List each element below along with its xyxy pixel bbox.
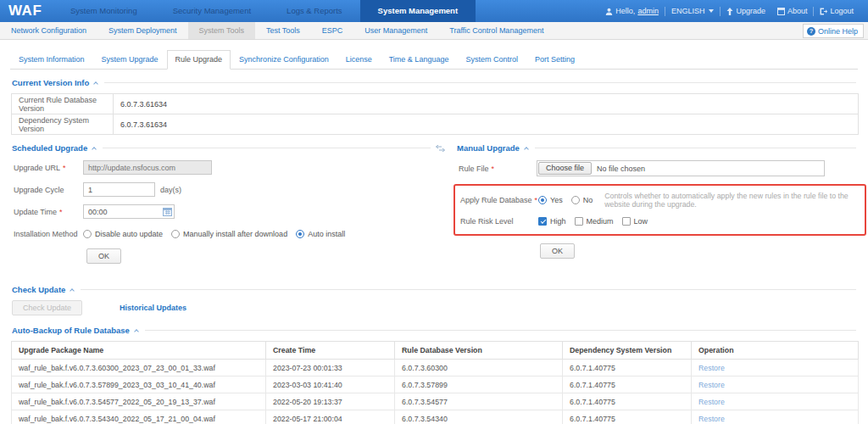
subnav-system-tools[interactable]: System Tools [188, 22, 255, 39]
collapse-chevron-icon[interactable] [70, 288, 75, 293]
radio-icon [171, 230, 180, 238]
restore-link[interactable]: Restore [698, 364, 725, 372]
dependency-version-cell: 6.0.7.1.40775 [563, 393, 692, 410]
subnav-system-deployment[interactable]: System Deployment [97, 22, 188, 39]
option-label: Disable auto update [95, 230, 163, 238]
subnav-espc[interactable]: ESPC [311, 22, 354, 39]
table-row: waf_rule_bak.f.v6.0.7.3.57899_2023_03_03… [12, 377, 859, 393]
checkbox-medium[interactable]: Medium [575, 217, 614, 226]
tab-bar: System Information System Upgrade Rule U… [10, 50, 858, 70]
check-update-button[interactable]: Check Update [12, 300, 82, 315]
manual-ok-button[interactable]: OK [540, 243, 575, 259]
user-menu[interactable]: Hello,admin [599, 7, 665, 15]
create-time-cell: 2023-07-23 00:01:33 [266, 360, 395, 377]
dependency-version-cell: 6.0.7.1.40775 [563, 410, 692, 424]
topbar-right-controls: Hello,admin ENGLISH Upgrade About Logout [599, 0, 868, 22]
tab-port-setting[interactable]: Port Setting [526, 50, 583, 70]
dependency-version-cell: 6.0.7.1.40775 [563, 360, 692, 377]
upgrade-url-input[interactable] [83, 160, 212, 175]
upgrade-cycle-row: Upgrade Cycle day(s) [14, 182, 447, 197]
check-update-section-header: Check Update [12, 285, 856, 294]
page-content: System Information System Upgrade Rule U… [0, 40, 868, 424]
create-time-cell: 2022-05-20 19:13:37 [266, 393, 395, 410]
collapse-chevron-icon[interactable] [93, 81, 98, 86]
option-label: Medium [587, 217, 614, 226]
section-title: Current Version Info [12, 78, 89, 87]
online-help-label: Online Help [818, 27, 858, 36]
radio-icon [296, 230, 304, 238]
rule-file-label: Rule File [459, 165, 537, 173]
option-label: High [550, 217, 566, 226]
current-version-table: Current Rule Database Version 6.0.7.3.61… [11, 93, 859, 135]
update-time-input[interactable] [83, 204, 175, 219]
option-label: Yes [550, 196, 563, 204]
logout-button[interactable]: Logout [814, 7, 860, 15]
help-icon: ? [807, 27, 815, 36]
top-menu: System Monitoring Security Management Lo… [53, 0, 476, 22]
about-icon [777, 8, 785, 15]
subnav-user-management[interactable]: User Management [353, 22, 438, 39]
divider [81, 289, 856, 290]
top-menu-system-management[interactable]: System Management [360, 0, 476, 22]
tab-time-language[interactable]: Time & Language [381, 50, 458, 70]
top-menu-logs-reports[interactable]: Logs & Reports [269, 0, 359, 22]
scheduled-upgrade-header: Scheduled Upgrade [12, 143, 445, 153]
radio-apply-no[interactable]: No [571, 196, 593, 204]
restore-link[interactable]: Restore [698, 381, 725, 389]
tab-system-upgrade[interactable]: System Upgrade [93, 50, 167, 70]
online-help-button[interactable]: ? Online Help [803, 24, 864, 38]
language-selector[interactable]: ENGLISH [665, 7, 721, 15]
restore-link[interactable]: Restore [698, 398, 725, 406]
checkbox-icon [575, 217, 583, 226]
calendar-icon[interactable] [163, 207, 172, 216]
tab-system-information[interactable]: System Information [10, 50, 93, 70]
upgrade-label: Upgrade [736, 7, 765, 15]
section-title: Manual Upgrade [457, 143, 520, 153]
version-row-label: Current Rule Database Version [12, 94, 114, 114]
swap-columns-icon[interactable] [436, 145, 445, 152]
collapse-chevron-icon[interactable] [92, 147, 97, 152]
subnav-traffic-control-management[interactable]: Traffic Control Management [438, 22, 554, 39]
about-label: About [787, 7, 808, 15]
subnav-test-tools[interactable]: Test Tools [255, 22, 311, 39]
about-button[interactable]: About [771, 7, 814, 15]
upgrade-arrow-icon [726, 8, 733, 15]
upgrade-cycle-input[interactable] [83, 182, 155, 197]
top-navigation-bar: WAF System Monitoring Security Managemen… [0, 0, 868, 22]
section-title: Auto-Backup of Rule Database [12, 326, 130, 335]
divider [535, 148, 856, 148]
dependency-version-cell: 6.0.7.1.40775 [563, 377, 692, 393]
option-label: Low [634, 217, 648, 226]
restore-link[interactable]: Restore [698, 415, 725, 423]
scheduled-upgrade-section: Scheduled Upgrade Upgrade URL Upgrade Cy… [10, 135, 447, 271]
scheduled-ok-button[interactable]: OK [86, 248, 121, 264]
checkbox-high[interactable]: High [538, 217, 566, 226]
top-menu-system-monitoring[interactable]: System Monitoring [53, 0, 155, 22]
manual-upgrade-header: Manual Upgrade [457, 143, 856, 153]
radio-manually-install[interactable]: Manually install after download [171, 230, 287, 238]
rule-risk-level-row: Rule Risk Level High Medium Low [460, 214, 861, 228]
version-row-value: 6.0.7.3.61634 [114, 94, 859, 114]
radio-apply-yes[interactable]: Yes [538, 196, 563, 204]
tab-system-control[interactable]: System Control [457, 50, 526, 70]
choose-file-button[interactable]: Choose file [538, 162, 592, 175]
checkbox-low[interactable]: Low [622, 217, 648, 226]
apply-rule-database-label: Apply Rule Database [460, 196, 538, 204]
upgrade-button[interactable]: Upgrade [721, 7, 771, 15]
tab-rule-upgrade[interactable]: Rule Upgrade [167, 50, 231, 70]
current-version-section-header: Current Version Info [12, 78, 856, 87]
collapse-chevron-icon[interactable] [134, 329, 139, 334]
tab-license[interactable]: License [337, 50, 381, 70]
collapse-chevron-icon[interactable] [524, 147, 529, 152]
subnav-network-configuration[interactable]: Network Configuration [0, 22, 97, 39]
top-menu-security-management[interactable]: Security Management [155, 0, 269, 22]
radio-auto-install[interactable]: Auto install [296, 230, 345, 238]
historical-updates-link[interactable]: Historical Updates [120, 304, 186, 312]
radio-disable-auto-update[interactable]: Disable auto update [83, 230, 163, 238]
username-link[interactable]: admin [637, 7, 659, 15]
installation-method-label: Installation Method [14, 230, 83, 238]
secondary-navigation-bar: Network Configuration System Deployment … [0, 22, 868, 40]
rule-file-input[interactable]: Choose file No file chosen [537, 160, 825, 176]
tab-synchronize-configuration[interactable]: Synchronize Configuration [231, 50, 337, 70]
auto-backup-table: Upgrade Package Name Create Time Rule Da… [11, 341, 859, 424]
